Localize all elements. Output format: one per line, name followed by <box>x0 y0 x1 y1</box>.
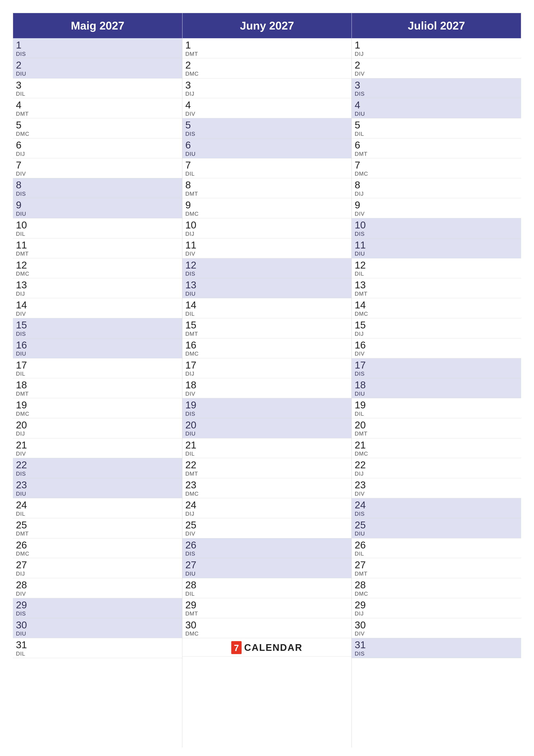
day-name: DMC <box>355 450 518 457</box>
day-number: 12 <box>16 260 179 271</box>
day-number: 15 <box>355 320 518 331</box>
day-number: 4 <box>185 99 349 111</box>
day-number: 16 <box>185 339 349 351</box>
day-name: DMT <box>355 570 518 577</box>
day-name: DMC <box>185 491 349 497</box>
day-number: 21 <box>185 440 349 451</box>
day-row: 10DIJ <box>182 218 352 238</box>
day-name: DIL <box>16 650 179 657</box>
month-column-0: 1DIS2DIU3DIL4DMT5DMC6DIJ7DIV8DIS9DIU10DI… <box>13 39 182 747</box>
day-number: 21 <box>16 440 179 451</box>
day-name: DIU <box>355 530 518 537</box>
day-number: 9 <box>16 200 179 210</box>
day-number: 20 <box>185 419 349 431</box>
day-number: 25 <box>16 520 179 530</box>
day-row: 11DMT <box>13 238 182 258</box>
day-number: 11 <box>16 240 179 251</box>
day-name: DIL <box>185 590 349 597</box>
day-row: 19DMC <box>13 398 182 418</box>
day-row: 6DIJ <box>13 138 182 158</box>
day-row: 1DMT <box>182 39 352 58</box>
day-number: 22 <box>16 459 179 471</box>
day-name: DMT <box>355 430 518 437</box>
day-row: 19DIL <box>352 398 521 418</box>
day-row: 25DIU <box>352 518 521 538</box>
day-number: 28 <box>185 580 349 590</box>
day-name: DIJ <box>355 51 518 57</box>
day-name: DIS <box>16 51 179 57</box>
day-number: 7 <box>185 160 349 171</box>
day-name: DIL <box>185 171 349 177</box>
day-name: DMC <box>355 310 518 317</box>
day-name: DIV <box>355 491 518 497</box>
day-name: DMT <box>16 530 179 537</box>
header-row: Maig 2027 Juny 2027 Juliol 2027 <box>13 13 521 39</box>
day-row: 29DIS <box>13 598 182 618</box>
day-number: 19 <box>16 399 179 411</box>
day-number: 15 <box>185 320 349 331</box>
day-row: 16DIV <box>352 338 521 358</box>
day-number: 29 <box>355 600 518 610</box>
day-row: 8DIS <box>13 178 182 198</box>
day-number: 17 <box>185 360 349 371</box>
day-row: 10DIS <box>352 218 521 238</box>
day-name: DIV <box>185 530 349 537</box>
day-row: 22DIJ <box>352 458 521 478</box>
day-number: 8 <box>185 179 349 191</box>
day-row: 5DMC <box>13 118 182 138</box>
day-row: 17DIS <box>352 358 521 378</box>
day-number: 29 <box>185 600 349 610</box>
day-row: 18DMT <box>13 378 182 398</box>
month-column-1: 1DMT2DMC3DIJ4DIV5DIS6DIU7DIL8DMT9DMC10DI… <box>182 39 352 747</box>
day-number: 17 <box>16 360 179 371</box>
day-row: 6DIU <box>182 138 352 158</box>
day-number: 24 <box>355 500 518 511</box>
day-number: 16 <box>355 339 518 351</box>
day-row: 9DIU <box>13 198 182 218</box>
day-number: 2 <box>185 60 349 71</box>
day-number: 12 <box>185 260 349 271</box>
day-row: 1DIS <box>13 39 182 58</box>
day-row: 3DIJ <box>182 78 352 98</box>
day-number: 1 <box>16 40 179 51</box>
day-row: 16DIU <box>13 338 182 358</box>
day-name: DIJ <box>355 610 518 617</box>
day-name: DIU <box>185 290 349 297</box>
day-name: DIV <box>185 391 349 397</box>
day-number: 18 <box>355 380 518 391</box>
day-number: 25 <box>355 520 518 530</box>
day-number: 20 <box>355 419 518 431</box>
day-row: 27DIU <box>182 558 352 578</box>
day-number: 4 <box>355 99 518 111</box>
day-row: 2DIV <box>352 58 521 78</box>
day-name: DIV <box>16 171 179 177</box>
day-number: 3 <box>185 80 349 91</box>
day-row: 22DMT <box>182 458 352 478</box>
day-number: 27 <box>185 559 349 570</box>
day-name: DIV <box>16 450 179 457</box>
day-row: 24DIS <box>352 498 521 518</box>
day-name: DIS <box>16 191 179 197</box>
day-row: 26DMC <box>13 538 182 558</box>
svg-text:7: 7 <box>234 643 239 653</box>
day-name: DIL <box>185 310 349 317</box>
day-row: 27DIJ <box>13 558 182 578</box>
day-row: 4DMT <box>13 98 182 118</box>
day-number: 11 <box>355 240 518 251</box>
day-name: DMC <box>355 171 518 177</box>
days-container: 1DIS2DIU3DIL4DMT5DMC6DIJ7DIV8DIS9DIU10DI… <box>13 39 521 747</box>
day-row: 25DIV <box>182 518 352 538</box>
day-row: 28DIL <box>182 578 352 598</box>
day-row: 2DIU <box>13 58 182 78</box>
day-row: 21DIV <box>13 438 182 458</box>
logo-row: 7 CALENDAR <box>182 638 352 657</box>
day-row: 23DIU <box>13 478 182 498</box>
day-row: 30DMC <box>182 618 352 638</box>
day-number: 21 <box>355 440 518 451</box>
day-name: DIU <box>16 630 179 637</box>
day-name: DIS <box>355 91 518 97</box>
day-name: DIU <box>16 350 179 357</box>
day-row: 29DMT <box>182 598 352 618</box>
day-row: 30DIU <box>13 618 182 638</box>
day-row: 12DIS <box>182 258 352 279</box>
